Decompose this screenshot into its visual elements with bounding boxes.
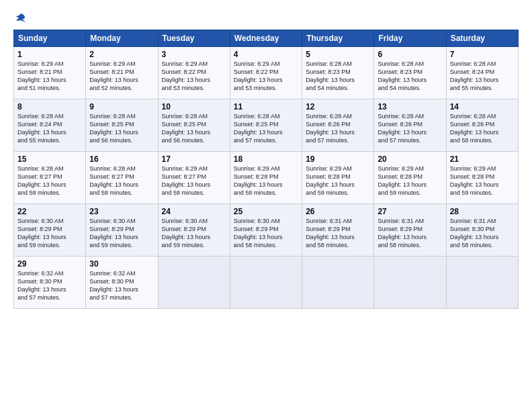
day-header-sunday: Sunday bbox=[14, 30, 86, 47]
calendar-cell: 21Sunrise: 6:29 AMSunset: 8:28 PMDayligh… bbox=[446, 152, 518, 204]
day-number: 11 bbox=[234, 102, 298, 111]
day-info: Sunrise: 6:30 AMSunset: 8:29 PMDaylight:… bbox=[162, 217, 226, 250]
day-info: Sunrise: 6:28 AMSunset: 8:24 PMDaylight:… bbox=[17, 112, 82, 145]
day-header-friday: Friday bbox=[374, 30, 446, 47]
day-info: Sunrise: 6:28 AMSunset: 8:23 PMDaylight:… bbox=[378, 60, 442, 93]
day-header-tuesday: Tuesday bbox=[158, 30, 230, 47]
day-info: Sunrise: 6:31 AMSunset: 8:30 PMDaylight:… bbox=[450, 217, 515, 250]
day-info: Sunrise: 6:30 AMSunset: 8:29 PMDaylight:… bbox=[17, 217, 82, 250]
day-info: Sunrise: 6:29 AMSunset: 8:22 PMDaylight:… bbox=[162, 60, 226, 93]
calendar-cell: 22Sunrise: 6:30 AMSunset: 8:29 PMDayligh… bbox=[14, 204, 86, 257]
calendar-cell: 25Sunrise: 6:30 AMSunset: 8:29 PMDayligh… bbox=[230, 204, 302, 257]
day-info: Sunrise: 6:29 AMSunset: 8:28 PMDaylight:… bbox=[378, 165, 442, 197]
day-info: Sunrise: 6:30 AMSunset: 8:29 PMDaylight:… bbox=[89, 217, 154, 250]
calendar-cell bbox=[302, 257, 374, 309]
day-number: 20 bbox=[378, 154, 442, 164]
calendar-cell: 3Sunrise: 6:29 AMSunset: 8:22 PMDaylight… bbox=[158, 47, 230, 99]
day-number: 4 bbox=[234, 50, 298, 59]
calendar-cell: 30Sunrise: 6:32 AMSunset: 8:30 PMDayligh… bbox=[86, 257, 158, 309]
calendar-cell: 15Sunrise: 6:28 AMSunset: 8:27 PMDayligh… bbox=[14, 152, 86, 204]
day-header-saturday: Saturday bbox=[446, 30, 518, 47]
calendar-week-row: 1Sunrise: 6:29 AMSunset: 8:21 PMDaylight… bbox=[14, 47, 519, 99]
page: SundayMondayTuesdayWednesdayThursdayFrid… bbox=[0, 0, 532, 411]
calendar-cell: 7Sunrise: 6:28 AMSunset: 8:24 PMDaylight… bbox=[446, 47, 518, 99]
calendar-cell: 6Sunrise: 6:28 AMSunset: 8:23 PMDaylight… bbox=[374, 47, 446, 99]
day-number: 5 bbox=[306, 50, 370, 59]
calendar-cell bbox=[374, 257, 446, 309]
calendar-cell: 10Sunrise: 6:28 AMSunset: 8:25 PMDayligh… bbox=[158, 99, 230, 152]
day-number: 19 bbox=[306, 154, 370, 164]
day-number: 30 bbox=[89, 259, 154, 269]
day-info: Sunrise: 6:29 AMSunset: 8:28 PMDaylight:… bbox=[450, 165, 515, 197]
day-info: Sunrise: 6:32 AMSunset: 8:30 PMDaylight:… bbox=[17, 269, 82, 302]
day-number: 13 bbox=[378, 102, 442, 111]
calendar-cell: 18Sunrise: 6:29 AMSunset: 8:28 PMDayligh… bbox=[230, 152, 302, 204]
calendar-table: SundayMondayTuesdayWednesdayThursdayFrid… bbox=[13, 30, 519, 309]
calendar-cell: 29Sunrise: 6:32 AMSunset: 8:30 PMDayligh… bbox=[14, 257, 86, 309]
day-number: 15 bbox=[17, 154, 82, 164]
calendar-cell: 5Sunrise: 6:28 AMSunset: 8:23 PMDaylight… bbox=[302, 47, 374, 99]
calendar-cell: 13Sunrise: 6:28 AMSunset: 8:26 PMDayligh… bbox=[374, 99, 446, 152]
calendar-week-row: 15Sunrise: 6:28 AMSunset: 8:27 PMDayligh… bbox=[14, 152, 519, 204]
calendar-cell: 24Sunrise: 6:30 AMSunset: 8:29 PMDayligh… bbox=[158, 204, 230, 257]
day-header-monday: Monday bbox=[86, 30, 158, 47]
day-info: Sunrise: 6:31 AMSunset: 8:29 PMDaylight:… bbox=[378, 217, 442, 250]
calendar-cell: 26Sunrise: 6:31 AMSunset: 8:29 PMDayligh… bbox=[302, 204, 374, 257]
day-number: 9 bbox=[89, 102, 154, 111]
day-number: 8 bbox=[17, 102, 82, 111]
day-number: 3 bbox=[162, 50, 226, 59]
calendar-cell: 11Sunrise: 6:28 AMSunset: 8:25 PMDayligh… bbox=[230, 99, 302, 152]
day-info: Sunrise: 6:28 AMSunset: 8:27 PMDaylight:… bbox=[89, 165, 154, 197]
day-info: Sunrise: 6:28 AMSunset: 8:25 PMDaylight:… bbox=[162, 112, 226, 145]
logo-bird-icon bbox=[15, 12, 27, 24]
day-info: Sunrise: 6:29 AMSunset: 8:28 PMDaylight:… bbox=[234, 165, 298, 197]
calendar-cell: 16Sunrise: 6:28 AMSunset: 8:27 PMDayligh… bbox=[86, 152, 158, 204]
day-info: Sunrise: 6:28 AMSunset: 8:26 PMDaylight:… bbox=[378, 112, 442, 145]
calendar-cell: 27Sunrise: 6:31 AMSunset: 8:29 PMDayligh… bbox=[374, 204, 446, 257]
day-number: 25 bbox=[234, 207, 298, 216]
calendar-cell: 19Sunrise: 6:29 AMSunset: 8:28 PMDayligh… bbox=[302, 152, 374, 204]
calendar-cell: 17Sunrise: 6:29 AMSunset: 8:27 PMDayligh… bbox=[158, 152, 230, 204]
calendar-cell: 20Sunrise: 6:29 AMSunset: 8:28 PMDayligh… bbox=[374, 152, 446, 204]
calendar-cell: 12Sunrise: 6:28 AMSunset: 8:26 PMDayligh… bbox=[302, 99, 374, 152]
day-number: 18 bbox=[234, 154, 298, 164]
day-info: Sunrise: 6:29 AMSunset: 8:22 PMDaylight:… bbox=[234, 60, 298, 93]
logo bbox=[13, 12, 27, 24]
day-header-thursday: Thursday bbox=[302, 30, 374, 47]
day-number: 6 bbox=[378, 50, 442, 59]
day-info: Sunrise: 6:28 AMSunset: 8:25 PMDaylight:… bbox=[89, 112, 154, 145]
day-number: 17 bbox=[162, 154, 226, 164]
day-number: 23 bbox=[89, 207, 154, 216]
day-info: Sunrise: 6:28 AMSunset: 8:26 PMDaylight:… bbox=[450, 112, 515, 145]
day-info: Sunrise: 6:29 AMSunset: 8:28 PMDaylight:… bbox=[306, 165, 370, 197]
calendar-cell: 8Sunrise: 6:28 AMSunset: 8:24 PMDaylight… bbox=[14, 99, 86, 152]
day-info: Sunrise: 6:29 AMSunset: 8:21 PMDaylight:… bbox=[17, 60, 82, 93]
day-info: Sunrise: 6:32 AMSunset: 8:30 PMDaylight:… bbox=[89, 269, 154, 302]
calendar-cell: 23Sunrise: 6:30 AMSunset: 8:29 PMDayligh… bbox=[86, 204, 158, 257]
calendar-cell bbox=[446, 257, 518, 309]
header bbox=[13, 12, 519, 24]
day-number: 1 bbox=[17, 50, 82, 59]
day-info: Sunrise: 6:29 AMSunset: 8:21 PMDaylight:… bbox=[89, 60, 154, 93]
day-info: Sunrise: 6:28 AMSunset: 8:26 PMDaylight:… bbox=[306, 112, 370, 145]
day-info: Sunrise: 6:30 AMSunset: 8:29 PMDaylight:… bbox=[234, 217, 298, 250]
calendar-cell bbox=[230, 257, 302, 309]
day-number: 29 bbox=[17, 259, 82, 269]
day-number: 24 bbox=[162, 207, 226, 216]
day-number: 2 bbox=[89, 50, 154, 59]
day-info: Sunrise: 6:28 AMSunset: 8:25 PMDaylight:… bbox=[234, 112, 298, 145]
calendar-cell: 1Sunrise: 6:29 AMSunset: 8:21 PMDaylight… bbox=[14, 47, 86, 99]
day-number: 16 bbox=[89, 154, 154, 164]
calendar-cell: 28Sunrise: 6:31 AMSunset: 8:30 PMDayligh… bbox=[446, 204, 518, 257]
day-info: Sunrise: 6:29 AMSunset: 8:27 PMDaylight:… bbox=[162, 165, 226, 197]
day-number: 12 bbox=[306, 102, 370, 111]
day-number: 7 bbox=[450, 50, 515, 59]
day-number: 21 bbox=[450, 154, 515, 164]
calendar-cell: 14Sunrise: 6:28 AMSunset: 8:26 PMDayligh… bbox=[446, 99, 518, 152]
calendar-week-row: 8Sunrise: 6:28 AMSunset: 8:24 PMDaylight… bbox=[14, 99, 519, 152]
day-info: Sunrise: 6:31 AMSunset: 8:29 PMDaylight:… bbox=[306, 217, 370, 250]
calendar-cell: 4Sunrise: 6:29 AMSunset: 8:22 PMDaylight… bbox=[230, 47, 302, 99]
calendar-week-row: 29Sunrise: 6:32 AMSunset: 8:30 PMDayligh… bbox=[14, 257, 519, 309]
day-number: 27 bbox=[378, 207, 442, 216]
calendar-week-row: 22Sunrise: 6:30 AMSunset: 8:29 PMDayligh… bbox=[14, 204, 519, 257]
